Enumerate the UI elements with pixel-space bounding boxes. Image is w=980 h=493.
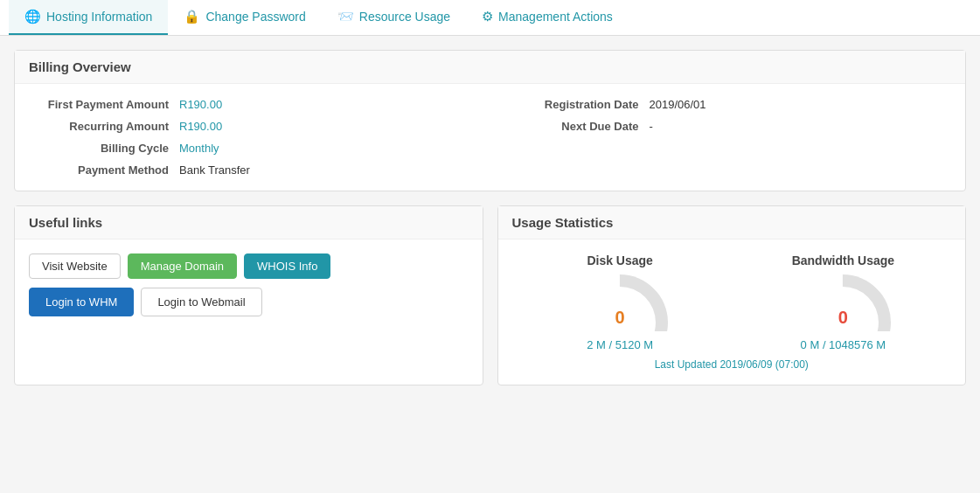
tab-change-password[interactable]: 🔒 Change Password — [168, 0, 321, 35]
manage-domain-button[interactable]: Manage Domain — [128, 253, 237, 279]
first-payment-label: First Payment Amount — [29, 98, 169, 111]
billing-row-cycle: Billing Cycle Monthly — [29, 142, 482, 155]
recurring-amount-label: Recurring Amount — [29, 120, 169, 133]
tab-management-actions-label: Management Actions — [498, 10, 613, 24]
billing-row-reg-date: Registration Date 2019/06/01 — [499, 98, 952, 111]
billing-row-first-payment: First Payment Amount R190.00 — [29, 98, 482, 111]
billing-overview-body: First Payment Amount R190.00 Recurring A… — [15, 84, 965, 191]
last-updated: Last Updated 2019/06/09 (07:00) — [512, 358, 952, 371]
visit-website-button[interactable]: Visit Website — [29, 253, 121, 279]
useful-links-header: Useful links — [15, 206, 483, 240]
billing-overview-card: Billing Overview First Payment Amount R1… — [14, 50, 966, 191]
tab-bar: 🌐 Hosting Information 🔒 Change Password … — [0, 0, 980, 36]
bandwidth-usage-gauge: 0 — [795, 274, 891, 331]
usage-columns: Disk Usage 0 2 M / 5120 M Bandwidth Usag… — [512, 253, 952, 351]
lower-grid: Useful links Visit Website Manage Domain… — [14, 205, 966, 399]
bandwidth-usage-stat: 0 M / 1048576 M — [801, 338, 886, 351]
login-webmail-button[interactable]: Login to Webmail — [141, 288, 261, 316]
tab-hosting-info-label: Hosting Information — [46, 10, 152, 24]
recurring-amount-value: R190.00 — [179, 120, 222, 133]
disk-usage-title: Disk Usage — [587, 253, 652, 267]
gear-icon: ⚙ — [482, 9, 493, 24]
useful-links-card: Useful links Visit Website Manage Domain… — [14, 205, 483, 385]
envelope-icon: 📨 — [337, 9, 354, 24]
links-row-1: Visit Website Manage Domain WHOIS Info — [29, 253, 330, 279]
billing-overview-header: Billing Overview — [15, 51, 965, 84]
payment-method-label: Payment Method — [29, 163, 169, 177]
payment-method-value: Bank Transfer — [179, 163, 250, 177]
disk-usage-gauge: 0 — [572, 274, 668, 331]
billing-row-next-due: Next Due Date - — [499, 120, 952, 133]
tab-resource-usage[interactable]: 📨 Resource Usage — [322, 0, 466, 35]
login-whm-button[interactable]: Login to WHM — [29, 288, 134, 316]
billing-cycle-value: Monthly — [179, 142, 219, 155]
usage-statistics-card: Usage Statistics Disk Usage 0 2 M / 5120… — [497, 205, 967, 385]
billing-grid: First Payment Amount R190.00 Recurring A… — [29, 98, 951, 177]
billing-right: Registration Date 2019/06/01 Next Due Da… — [499, 98, 952, 177]
main-content: Billing Overview First Payment Amount R1… — [0, 36, 980, 413]
tab-hosting-info[interactable]: 🌐 Hosting Information — [9, 0, 168, 35]
tab-change-password-label: Change Password — [205, 10, 305, 24]
registration-date-value: 2019/06/01 — [650, 98, 706, 111]
first-payment-value: R190.00 — [179, 98, 222, 111]
useful-links-body: Visit Website Manage Domain WHOIS Info L… — [15, 240, 483, 330]
billing-cycle-label: Billing Cycle — [29, 142, 169, 155]
disk-usage-col: Disk Usage 0 2 M / 5120 M — [512, 253, 728, 351]
next-due-date-value: - — [650, 120, 653, 133]
billing-row-payment-method: Payment Method Bank Transfer — [29, 163, 482, 177]
bandwidth-usage-value: 0 — [795, 308, 891, 328]
links-row-2: Login to WHM Login to Webmail — [29, 288, 262, 316]
usage-statistics-body: Disk Usage 0 2 M / 5120 M Bandwidth Usag… — [498, 240, 966, 385]
billing-row-recurring: Recurring Amount R190.00 — [29, 120, 482, 133]
lock-icon: 🔒 — [184, 9, 200, 24]
registration-date-label: Registration Date — [499, 98, 639, 111]
next-due-date-label: Next Due Date — [499, 120, 639, 133]
tab-management-actions[interactable]: ⚙ Management Actions — [466, 0, 629, 35]
bandwidth-usage-col: Bandwidth Usage 0 0 M / 1048576 M — [735, 253, 951, 351]
billing-left: First Payment Amount R190.00 Recurring A… — [29, 98, 482, 177]
globe-icon: 🌐 — [24, 9, 41, 24]
disk-usage-value: 0 — [572, 308, 668, 328]
whois-info-button[interactable]: WHOIS Info — [244, 253, 330, 279]
bandwidth-usage-title: Bandwidth Usage — [792, 253, 894, 267]
usage-statistics-header: Usage Statistics — [498, 206, 966, 240]
disk-usage-stat: 2 M / 5120 M — [587, 338, 653, 351]
tab-resource-usage-label: Resource Usage — [359, 10, 450, 24]
